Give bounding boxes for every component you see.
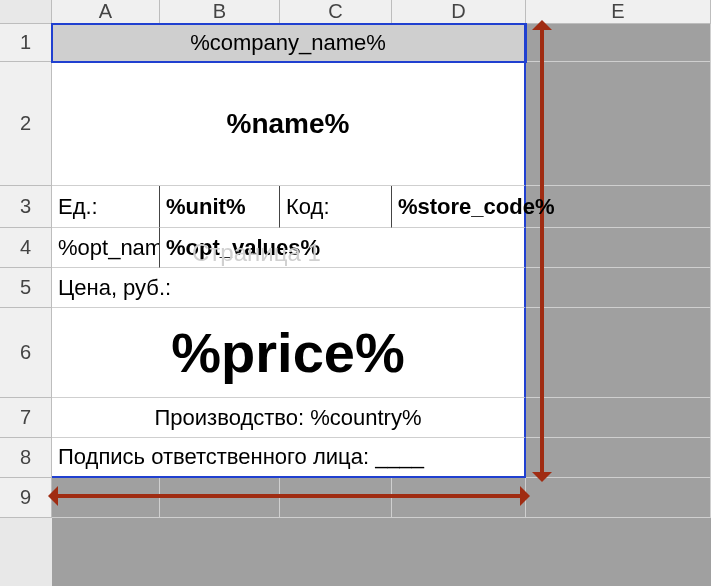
col-header-D[interactable]: D — [392, 0, 526, 24]
cell-A9[interactable] — [52, 478, 160, 518]
row-header-2[interactable]: 2 — [0, 62, 52, 186]
col-header-B[interactable]: B — [160, 0, 280, 24]
row-header-7[interactable]: 7 — [0, 398, 52, 438]
cell-E5[interactable] — [526, 268, 711, 308]
row-header-1[interactable]: 1 — [0, 24, 52, 62]
column-headers: A B C D E — [0, 0, 711, 24]
row-header-5[interactable]: 5 — [0, 268, 52, 308]
col-header-C[interactable]: C — [280, 0, 392, 24]
select-all-corner[interactable] — [0, 0, 52, 24]
cell-C9[interactable] — [280, 478, 392, 518]
row-headers: 1 2 3 4 5 6 7 8 9 — [0, 24, 52, 586]
cell-grid: Страница 1 %company_name% %name% Ед.: %u… — [52, 24, 711, 586]
row-header-8[interactable]: 8 — [0, 438, 52, 478]
col-header-A[interactable]: A — [52, 0, 160, 24]
cell-product-name[interactable]: %name% — [52, 62, 526, 186]
row-header-3[interactable]: 3 — [0, 186, 52, 228]
row-header-9[interactable]: 9 — [0, 478, 52, 518]
cell-company-name[interactable]: %company_name% — [52, 24, 526, 62]
cell-E7[interactable] — [526, 398, 711, 438]
cell-store-code[interactable]: %store_code% — [392, 186, 526, 228]
cell-price-label[interactable]: Цена, руб.: — [52, 268, 526, 308]
cell-opt-name[interactable]: %opt_name% — [52, 228, 160, 268]
cell-E9[interactable] — [526, 478, 711, 518]
cell-D9[interactable] — [392, 478, 526, 518]
cell-E1[interactable] — [526, 24, 711, 62]
cell-E4[interactable] — [526, 228, 711, 268]
cell-country[interactable]: Производство: %country% — [52, 398, 526, 438]
cell-signature[interactable]: Подпись ответственного лица: ____ — [52, 438, 526, 478]
cell-E6[interactable] — [526, 308, 711, 398]
cell-unit-value[interactable]: %unit% — [160, 186, 280, 228]
cell-E2[interactable] — [526, 62, 711, 186]
cell-E8[interactable] — [526, 438, 711, 478]
row-header-4[interactable]: 4 — [0, 228, 52, 268]
col-header-E[interactable]: E — [526, 0, 711, 24]
cell-B9[interactable] — [160, 478, 280, 518]
cell-opt-values[interactable]: %opt_values% — [160, 228, 526, 268]
cell-code-label[interactable]: Код: — [280, 186, 392, 228]
spreadsheet: A B C D E 1 2 3 4 5 6 7 8 9 Страница 1 %… — [0, 0, 711, 586]
row-header-6[interactable]: 6 — [0, 308, 52, 398]
cell-price[interactable]: %price% — [52, 308, 526, 398]
cell-unit-label[interactable]: Ед.: — [52, 186, 160, 228]
